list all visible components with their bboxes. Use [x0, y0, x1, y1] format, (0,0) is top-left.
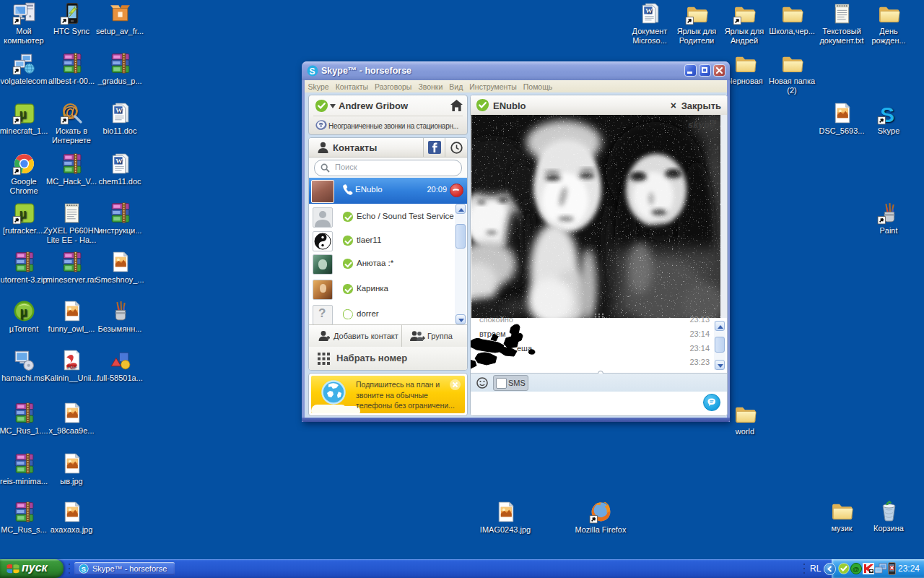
svg-text:S: S — [82, 565, 87, 573]
svg-text:TM: TM — [711, 119, 716, 124]
svg-text:@: @ — [853, 565, 859, 573]
svg-text:S: S — [310, 66, 315, 77]
